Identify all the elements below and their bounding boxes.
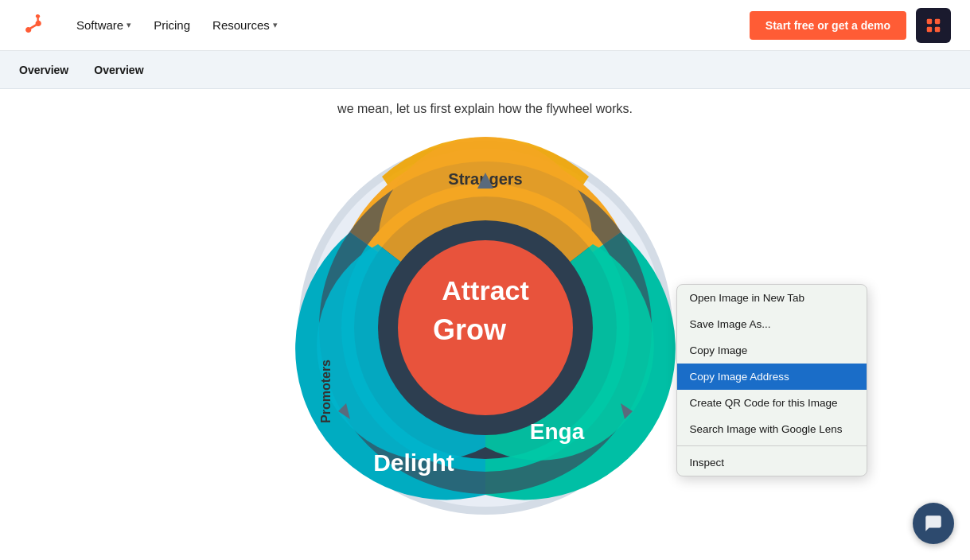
chat-icon — [923, 513, 944, 534]
software-label: Software — [76, 18, 123, 32]
main-content: we mean, let us first explain how the fl… — [0, 89, 970, 527]
hubspot-logo[interactable] — [19, 11, 48, 40]
engage-label: Enga — [529, 419, 584, 444]
nav-links: Software ▾ Pricing Resources ▾ — [67, 12, 750, 38]
context-save-image[interactable]: Save Image As... — [677, 311, 867, 337]
svg-rect-2 — [927, 26, 932, 31]
flywheel-svg: Strangers Customers Promoters Attract En… — [286, 129, 684, 527]
chat-button[interactable] — [913, 503, 954, 544]
delight-label: Delight — [373, 449, 454, 476]
hubspot-app-icon-button[interactable] — [916, 8, 951, 43]
context-menu: Open Image in New Tab Save Image As... C… — [676, 284, 867, 476]
context-copy-image-address[interactable]: Copy Image Address — [677, 364, 867, 390]
context-copy-image[interactable]: Copy Image — [677, 337, 867, 364]
grow-label: Grow — [432, 313, 506, 346]
resources-chevron-icon: ▾ — [273, 20, 278, 30]
software-chevron-icon: ▾ — [127, 20, 131, 30]
context-open-new-tab[interactable]: Open Image in New Tab — [677, 285, 867, 311]
context-create-qr[interactable]: Create QR Code for this Image — [677, 390, 867, 416]
svg-rect-0 — [927, 18, 932, 23]
pricing-label: Pricing — [154, 18, 190, 32]
software-nav-item[interactable]: Software ▾ — [67, 12, 141, 38]
flywheel-intro-text: we mean, let us first explain how the fl… — [337, 102, 633, 116]
subnav: Overview Overview — [0, 51, 970, 89]
resources-nav-item[interactable]: Resources ▾ — [203, 12, 287, 38]
subnav-overview-1[interactable]: Overview — [19, 64, 68, 76]
attract-label: Attract — [442, 275, 529, 305]
promoters-label: Promoters — [319, 360, 333, 423]
navbar: Software ▾ Pricing Resources ▾ Start fre… — [0, 0, 970, 51]
subnav-overview-2[interactable]: Overview — [94, 64, 143, 76]
resources-label: Resources — [212, 18, 270, 32]
context-menu-divider — [677, 445, 867, 446]
svg-rect-1 — [935, 18, 940, 23]
pricing-nav-item[interactable]: Pricing — [144, 12, 200, 38]
flywheel-diagram: Strangers Customers Promoters Attract En… — [286, 129, 684, 527]
start-free-button[interactable]: Start free or get a demo — [750, 11, 906, 40]
svg-rect-3 — [935, 26, 940, 31]
context-inspect[interactable]: Inspect — [677, 449, 867, 476]
context-search-lens[interactable]: Search Image with Google Lens — [677, 416, 867, 442]
